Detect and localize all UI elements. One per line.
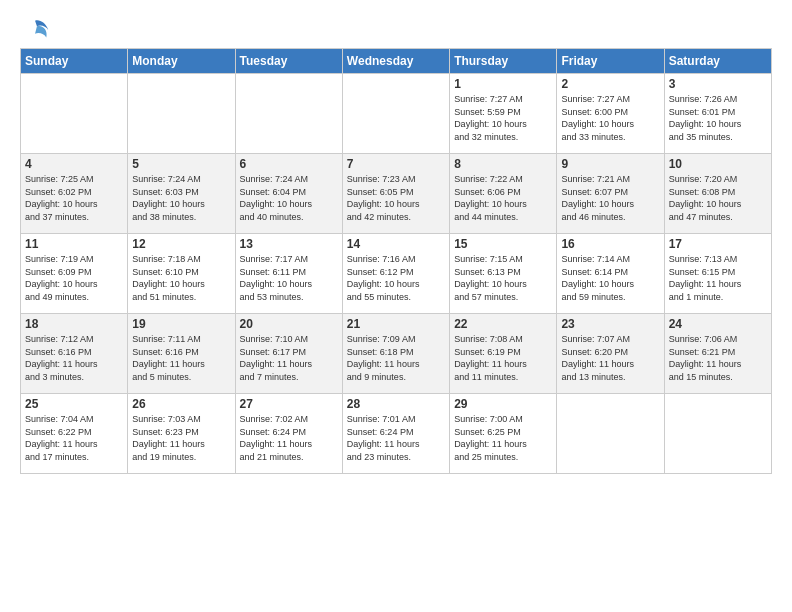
day-info: Sunrise: 7:14 AM Sunset: 6:14 PM Dayligh… — [561, 253, 659, 303]
day-number: 1 — [454, 77, 552, 91]
day-info: Sunrise: 7:12 AM Sunset: 6:16 PM Dayligh… — [25, 333, 123, 383]
day-number: 29 — [454, 397, 552, 411]
day-info: Sunrise: 7:24 AM Sunset: 6:03 PM Dayligh… — [132, 173, 230, 223]
calendar-week-5: 25Sunrise: 7:04 AM Sunset: 6:22 PM Dayli… — [21, 394, 772, 474]
calendar-cell: 24Sunrise: 7:06 AM Sunset: 6:21 PM Dayli… — [664, 314, 771, 394]
calendar-header-row: SundayMondayTuesdayWednesdayThursdayFrid… — [21, 49, 772, 74]
day-number: 28 — [347, 397, 445, 411]
day-info: Sunrise: 7:02 AM Sunset: 6:24 PM Dayligh… — [240, 413, 338, 463]
day-number: 14 — [347, 237, 445, 251]
day-info: Sunrise: 7:21 AM Sunset: 6:07 PM Dayligh… — [561, 173, 659, 223]
day-number: 4 — [25, 157, 123, 171]
day-info: Sunrise: 7:15 AM Sunset: 6:13 PM Dayligh… — [454, 253, 552, 303]
calendar-cell: 7Sunrise: 7:23 AM Sunset: 6:05 PM Daylig… — [342, 154, 449, 234]
calendar-body: 1Sunrise: 7:27 AM Sunset: 5:59 PM Daylig… — [21, 74, 772, 474]
calendar-cell: 8Sunrise: 7:22 AM Sunset: 6:06 PM Daylig… — [450, 154, 557, 234]
calendar-cell — [342, 74, 449, 154]
calendar-cell: 28Sunrise: 7:01 AM Sunset: 6:24 PM Dayli… — [342, 394, 449, 474]
calendar-header-monday: Monday — [128, 49, 235, 74]
day-number: 15 — [454, 237, 552, 251]
day-info: Sunrise: 7:03 AM Sunset: 6:23 PM Dayligh… — [132, 413, 230, 463]
calendar-week-3: 11Sunrise: 7:19 AM Sunset: 6:09 PM Dayli… — [21, 234, 772, 314]
day-number: 8 — [454, 157, 552, 171]
calendar-cell: 22Sunrise: 7:08 AM Sunset: 6:19 PM Dayli… — [450, 314, 557, 394]
calendar-cell: 26Sunrise: 7:03 AM Sunset: 6:23 PM Dayli… — [128, 394, 235, 474]
calendar-cell — [557, 394, 664, 474]
day-number: 16 — [561, 237, 659, 251]
calendar-cell: 21Sunrise: 7:09 AM Sunset: 6:18 PM Dayli… — [342, 314, 449, 394]
calendar-cell: 9Sunrise: 7:21 AM Sunset: 6:07 PM Daylig… — [557, 154, 664, 234]
calendar-cell — [21, 74, 128, 154]
day-info: Sunrise: 7:25 AM Sunset: 6:02 PM Dayligh… — [25, 173, 123, 223]
day-number: 7 — [347, 157, 445, 171]
day-info: Sunrise: 7:18 AM Sunset: 6:10 PM Dayligh… — [132, 253, 230, 303]
day-info: Sunrise: 7:00 AM Sunset: 6:25 PM Dayligh… — [454, 413, 552, 463]
day-info: Sunrise: 7:20 AM Sunset: 6:08 PM Dayligh… — [669, 173, 767, 223]
day-info: Sunrise: 7:27 AM Sunset: 5:59 PM Dayligh… — [454, 93, 552, 143]
calendar-cell: 14Sunrise: 7:16 AM Sunset: 6:12 PM Dayli… — [342, 234, 449, 314]
header — [20, 16, 772, 44]
day-number: 21 — [347, 317, 445, 331]
calendar-header-thursday: Thursday — [450, 49, 557, 74]
day-number: 3 — [669, 77, 767, 91]
calendar-header-saturday: Saturday — [664, 49, 771, 74]
day-info: Sunrise: 7:19 AM Sunset: 6:09 PM Dayligh… — [25, 253, 123, 303]
calendar-cell: 23Sunrise: 7:07 AM Sunset: 6:20 PM Dayli… — [557, 314, 664, 394]
calendar-cell: 25Sunrise: 7:04 AM Sunset: 6:22 PM Dayli… — [21, 394, 128, 474]
day-number: 22 — [454, 317, 552, 331]
day-info: Sunrise: 7:04 AM Sunset: 6:22 PM Dayligh… — [25, 413, 123, 463]
day-number: 9 — [561, 157, 659, 171]
day-info: Sunrise: 7:17 AM Sunset: 6:11 PM Dayligh… — [240, 253, 338, 303]
day-number: 5 — [132, 157, 230, 171]
day-info: Sunrise: 7:24 AM Sunset: 6:04 PM Dayligh… — [240, 173, 338, 223]
day-info: Sunrise: 7:09 AM Sunset: 6:18 PM Dayligh… — [347, 333, 445, 383]
day-number: 20 — [240, 317, 338, 331]
day-info: Sunrise: 7:08 AM Sunset: 6:19 PM Dayligh… — [454, 333, 552, 383]
calendar-cell: 5Sunrise: 7:24 AM Sunset: 6:03 PM Daylig… — [128, 154, 235, 234]
day-number: 24 — [669, 317, 767, 331]
calendar-cell — [235, 74, 342, 154]
day-number: 18 — [25, 317, 123, 331]
calendar-cell — [664, 394, 771, 474]
day-number: 10 — [669, 157, 767, 171]
day-info: Sunrise: 7:07 AM Sunset: 6:20 PM Dayligh… — [561, 333, 659, 383]
day-info: Sunrise: 7:26 AM Sunset: 6:01 PM Dayligh… — [669, 93, 767, 143]
logo — [20, 16, 50, 44]
day-info: Sunrise: 7:22 AM Sunset: 6:06 PM Dayligh… — [454, 173, 552, 223]
day-number: 23 — [561, 317, 659, 331]
calendar-cell: 19Sunrise: 7:11 AM Sunset: 6:16 PM Dayli… — [128, 314, 235, 394]
day-info: Sunrise: 7:16 AM Sunset: 6:12 PM Dayligh… — [347, 253, 445, 303]
day-number: 19 — [132, 317, 230, 331]
calendar-cell: 16Sunrise: 7:14 AM Sunset: 6:14 PM Dayli… — [557, 234, 664, 314]
day-number: 27 — [240, 397, 338, 411]
calendar-cell: 29Sunrise: 7:00 AM Sunset: 6:25 PM Dayli… — [450, 394, 557, 474]
calendar-cell: 15Sunrise: 7:15 AM Sunset: 6:13 PM Dayli… — [450, 234, 557, 314]
calendar-cell: 1Sunrise: 7:27 AM Sunset: 5:59 PM Daylig… — [450, 74, 557, 154]
day-number: 13 — [240, 237, 338, 251]
page-container: SundayMondayTuesdayWednesdayThursdayFrid… — [0, 0, 792, 484]
logo-icon — [22, 16, 50, 44]
day-number: 17 — [669, 237, 767, 251]
calendar-cell: 2Sunrise: 7:27 AM Sunset: 6:00 PM Daylig… — [557, 74, 664, 154]
day-info: Sunrise: 7:06 AM Sunset: 6:21 PM Dayligh… — [669, 333, 767, 383]
day-info: Sunrise: 7:27 AM Sunset: 6:00 PM Dayligh… — [561, 93, 659, 143]
calendar-cell: 17Sunrise: 7:13 AM Sunset: 6:15 PM Dayli… — [664, 234, 771, 314]
calendar-cell: 27Sunrise: 7:02 AM Sunset: 6:24 PM Dayli… — [235, 394, 342, 474]
calendar-header-friday: Friday — [557, 49, 664, 74]
day-info: Sunrise: 7:10 AM Sunset: 6:17 PM Dayligh… — [240, 333, 338, 383]
day-number: 11 — [25, 237, 123, 251]
calendar-week-2: 4Sunrise: 7:25 AM Sunset: 6:02 PM Daylig… — [21, 154, 772, 234]
calendar-week-1: 1Sunrise: 7:27 AM Sunset: 5:59 PM Daylig… — [21, 74, 772, 154]
day-number: 6 — [240, 157, 338, 171]
calendar-cell: 4Sunrise: 7:25 AM Sunset: 6:02 PM Daylig… — [21, 154, 128, 234]
calendar-cell: 20Sunrise: 7:10 AM Sunset: 6:17 PM Dayli… — [235, 314, 342, 394]
day-info: Sunrise: 7:23 AM Sunset: 6:05 PM Dayligh… — [347, 173, 445, 223]
day-info: Sunrise: 7:01 AM Sunset: 6:24 PM Dayligh… — [347, 413, 445, 463]
calendar-header-sunday: Sunday — [21, 49, 128, 74]
day-number: 12 — [132, 237, 230, 251]
calendar-cell: 10Sunrise: 7:20 AM Sunset: 6:08 PM Dayli… — [664, 154, 771, 234]
day-number: 26 — [132, 397, 230, 411]
calendar-cell: 18Sunrise: 7:12 AM Sunset: 6:16 PM Dayli… — [21, 314, 128, 394]
calendar-cell: 3Sunrise: 7:26 AM Sunset: 6:01 PM Daylig… — [664, 74, 771, 154]
calendar-cell: 12Sunrise: 7:18 AM Sunset: 6:10 PM Dayli… — [128, 234, 235, 314]
